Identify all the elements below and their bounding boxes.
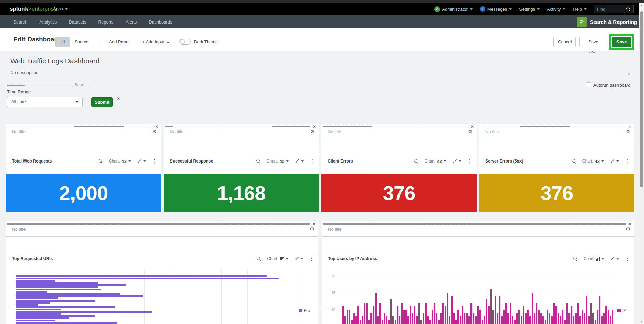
administrator-menu[interactable]: ✓ Administrator xyxy=(434,6,473,12)
panel-gear-icon[interactable]: ⚙ xyxy=(310,226,314,232)
panel-drag-handle[interactable] xyxy=(323,223,626,225)
nav-dashboards[interactable]: Dashboards xyxy=(149,19,172,25)
dark-theme-toggle[interactable] xyxy=(179,39,191,45)
panel-menu-kebab-icon[interactable]: ⋮ xyxy=(309,256,314,262)
panel-close-icon[interactable]: ✕ xyxy=(312,222,316,226)
panel-menu-kebab-icon[interactable]: ⋮ xyxy=(467,158,473,164)
format-visualization-button[interactable] xyxy=(137,159,146,164)
panel-title-placeholder[interactable]: No title xyxy=(12,227,26,232)
panel-close-icon[interactable]: ✕ xyxy=(628,124,632,129)
nav-datasets[interactable]: Datasets xyxy=(69,19,86,25)
input-drag-handle[interactable] xyxy=(7,85,73,86)
panel-gear-icon[interactable]: ⚙ xyxy=(310,129,315,135)
ip-bar xyxy=(601,316,603,324)
nav-search[interactable]: Search xyxy=(13,19,27,25)
open-in-search-icon[interactable] xyxy=(572,159,576,164)
remove-submit-icon[interactable]: ✕ xyxy=(117,96,120,101)
cancel-button[interactable]: Cancel xyxy=(553,37,576,47)
add-panel-button[interactable]: + Add Panel xyxy=(99,37,136,47)
messages-menu[interactable]: 1 Messages xyxy=(480,6,512,12)
ip-bar xyxy=(495,296,496,324)
add-input-button[interactable]: + Add Input xyxy=(136,37,176,47)
panel-title-placeholder[interactable]: No title xyxy=(328,129,341,134)
panel-menu-kebab-icon[interactable]: ⋮ xyxy=(625,158,630,164)
search-icon[interactable] xyxy=(626,7,631,11)
chart-type-selector[interactable]: Chart:42 xyxy=(109,159,131,164)
edit-input-pencil-icon[interactable]: ✎ xyxy=(75,82,79,88)
save-as-button[interactable]: Save as... xyxy=(579,37,607,47)
panel-gear-icon[interactable]: ⚙ xyxy=(626,226,630,232)
settings-menu[interactable]: Settings xyxy=(519,7,540,12)
chart-type-selector[interactable]: Chart: xyxy=(267,256,288,261)
save-button[interactable]: Save xyxy=(612,37,631,47)
panel-drag-handle[interactable] xyxy=(165,126,310,127)
panel-gear-icon[interactable]: ⚙ xyxy=(468,129,473,135)
open-in-search-icon[interactable] xyxy=(414,159,418,164)
submit-button[interactable]: Submit xyxy=(91,97,113,107)
open-in-search-icon[interactable] xyxy=(573,257,578,261)
chart-type-selector[interactable]: Chart: xyxy=(584,256,604,261)
format-visualization-button[interactable] xyxy=(610,256,619,261)
activity-menu[interactable]: Activity xyxy=(547,7,565,12)
autorun-checkbox[interactable] xyxy=(586,82,591,87)
scrollbar-thumb[interactable] xyxy=(640,11,643,187)
panel-title-placeholder[interactable]: No title xyxy=(485,129,499,134)
ui-mode-button[interactable]: UI xyxy=(55,37,70,47)
ip-bar xyxy=(420,320,422,324)
panel-drag-handle[interactable] xyxy=(323,126,468,127)
uri-bar xyxy=(16,289,101,290)
panel-gear-icon[interactable]: ⚙ xyxy=(153,129,157,135)
open-in-search-icon[interactable] xyxy=(256,159,261,164)
messages-count-badge: 1 xyxy=(480,6,485,12)
panel-drag-handle[interactable] xyxy=(7,126,152,127)
autorun-label: Autorun dashboard xyxy=(593,83,631,88)
panel-close-icon[interactable]: ✕ xyxy=(628,222,632,226)
time-range-select[interactable]: All time xyxy=(7,97,83,107)
panel-title-placeholder[interactable]: No title xyxy=(328,227,341,232)
panel-title-placeholder[interactable]: No title xyxy=(170,129,183,134)
source-mode-button[interactable]: Source xyxy=(70,37,93,47)
panel-menu-kebab-icon[interactable]: ⋮ xyxy=(152,158,157,164)
panel-gear-icon[interactable]: ⚙ xyxy=(626,129,630,135)
page-scrollbar[interactable]: ▲ ▼ xyxy=(639,3,644,324)
ip-bar xyxy=(482,320,483,324)
format-visualization-button[interactable] xyxy=(294,256,303,261)
chart-label: Chart: xyxy=(109,159,120,164)
panel-close-icon[interactable]: ✕ xyxy=(470,124,474,129)
format-visualization-button[interactable] xyxy=(295,159,304,164)
current-app[interactable]: > Search & Reporting xyxy=(577,15,637,28)
panel-close-icon[interactable]: ✕ xyxy=(155,124,158,129)
nav-analytics[interactable]: Analytics xyxy=(39,19,57,25)
panel-drag-handle[interactable] xyxy=(481,126,626,127)
ip-bar xyxy=(368,320,370,324)
nav-alerts[interactable]: Alerts xyxy=(126,19,137,25)
dashboard-title[interactable]: Web Traffic Logs Dashboard xyxy=(10,57,99,65)
open-in-search-icon[interactable] xyxy=(99,159,103,164)
remove-input-icon[interactable]: ✕ xyxy=(81,83,84,87)
help-menu[interactable]: Help xyxy=(573,7,587,12)
resize-grip-icon[interactable] xyxy=(626,71,630,75)
open-in-search-icon[interactable] xyxy=(257,257,261,261)
chart-type-selector[interactable]: Chart:42 xyxy=(425,159,446,164)
nav-reports[interactable]: Reports xyxy=(98,19,114,25)
chart-type-selector[interactable]: Chart:42 xyxy=(267,159,289,164)
scrollbar-up-arrow[interactable]: ▲ xyxy=(639,3,644,8)
find-search-input[interactable]: Find xyxy=(594,5,634,13)
format-visualization-button[interactable] xyxy=(452,159,461,164)
ip-bar xyxy=(423,313,425,324)
dashboard-description[interactable]: No description xyxy=(10,70,38,75)
ip-bar xyxy=(453,313,455,324)
panel-title-placeholder[interactable]: No title xyxy=(12,129,26,134)
uri-bar xyxy=(16,278,279,279)
panel-drag-handle[interactable] xyxy=(7,223,310,225)
format-visualization-button[interactable] xyxy=(610,159,619,164)
chart-label: Chart: xyxy=(425,159,436,164)
apps-menu[interactable]: Apps xyxy=(53,3,68,15)
scrollbar-down-arrow[interactable]: ▼ xyxy=(639,319,644,324)
panel-menu-kebab-icon[interactable]: ⋮ xyxy=(310,158,315,164)
chart-type-selector[interactable]: Chart:42 xyxy=(582,159,604,164)
panel-menu-kebab-icon[interactable]: ⋮ xyxy=(625,256,630,262)
chart-label: Chart: xyxy=(584,256,595,261)
panel-close-icon[interactable]: ✕ xyxy=(313,124,316,129)
splunk-enterprise-logo[interactable]: splunk>enterprise xyxy=(10,3,57,15)
